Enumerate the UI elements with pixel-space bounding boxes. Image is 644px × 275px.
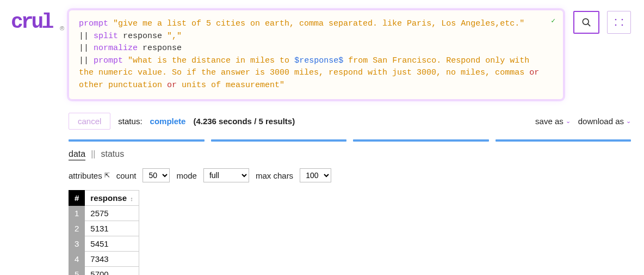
row-value[interactable]: 5451 (85, 236, 139, 252)
maxchars-label: max chars (256, 171, 293, 180)
collapse-icon: ⇱ (104, 172, 110, 179)
keyword-normalize: normalize (94, 44, 138, 53)
progress-blocks (69, 139, 631, 142)
table-row: 4 7343 (69, 252, 139, 267)
arg: response (143, 44, 182, 53)
row-index: 1 (69, 206, 85, 221)
row-index: 5 (69, 267, 85, 276)
status-value: complete (150, 117, 186, 126)
status-timing: (4.236 seconds / 5 results) (193, 117, 295, 126)
count-label: count (116, 171, 137, 180)
table-row: 3 5451 (69, 236, 139, 252)
arg: response (123, 32, 162, 41)
maxchars-select[interactable]: 100 (300, 168, 331, 182)
pipe-op: || (79, 32, 89, 41)
table-row: 5 5700 (69, 267, 139, 276)
mode-label: mode (176, 171, 197, 180)
search-button[interactable] (573, 11, 599, 34)
fullscreen-icon (614, 18, 624, 27)
chevron-down-icon: ⌄ (566, 118, 571, 125)
row-value[interactable]: 2575 (85, 206, 139, 221)
tab-separator: || (91, 149, 95, 159)
cancel-button[interactable]: cancel (69, 113, 110, 130)
string-literal: other punctuation (79, 81, 167, 90)
string-literal: "," (167, 32, 182, 41)
keyword-prompt: prompt (94, 56, 123, 65)
row-index: 3 (69, 236, 85, 252)
tab-status[interactable]: status (101, 149, 124, 159)
table-row: 1 2575 (69, 206, 139, 221)
pipe-op: || (79, 56, 89, 65)
mode-select[interactable]: full (203, 168, 249, 182)
op-or: or (529, 68, 539, 77)
row-value[interactable]: 7343 (85, 252, 139, 267)
row-index: 4 (69, 252, 85, 267)
chevron-down-icon: ⌄ (626, 118, 631, 125)
save-as-dropdown[interactable]: save as ⌄ (535, 117, 571, 126)
keyword-prompt: prompt (79, 19, 108, 28)
attributes-toggle[interactable]: attributes ⇱ (69, 171, 110, 180)
svg-point-5 (622, 25, 623, 26)
svg-point-3 (622, 19, 623, 21)
query-editor[interactable]: ✓ prompt "give me a list of 5 cities on … (69, 10, 564, 100)
row-value[interactable]: 5131 (85, 221, 139, 236)
variable: $response$ (294, 56, 343, 65)
index-header[interactable]: # (69, 191, 85, 206)
table-row: 2 5131 (69, 221, 139, 236)
logo: crul ® (11, 10, 59, 33)
svg-point-4 (615, 25, 617, 26)
status-label: status: (118, 117, 142, 126)
string-literal: units of measurement" (177, 81, 284, 90)
fullscreen-button[interactable] (607, 11, 631, 34)
sort-icon: ↕ (130, 195, 133, 202)
download-as-dropdown[interactable]: download as ⌄ (578, 117, 631, 126)
svg-point-2 (615, 19, 617, 21)
string-literal: "give me a list of 5 cities on earth, co… (113, 19, 524, 28)
op-or: or (167, 81, 177, 90)
search-icon (581, 17, 592, 28)
keyword-split: split (94, 32, 118, 41)
response-header[interactable]: response ↕ (85, 191, 139, 206)
results-table: # response ↕ 1 2575 2 5131 3 5451 4 (69, 190, 139, 275)
tab-data[interactable]: data (69, 149, 85, 161)
registered-mark: ® (60, 25, 64, 32)
svg-line-1 (588, 24, 590, 26)
row-value[interactable]: 5700 (85, 267, 139, 276)
row-index: 2 (69, 221, 85, 236)
pipe-op: || (79, 44, 89, 53)
count-select[interactable]: 50 (143, 168, 170, 182)
string-literal: "what is the distance in miles to (128, 56, 294, 65)
valid-check-icon: ✓ (551, 16, 555, 27)
